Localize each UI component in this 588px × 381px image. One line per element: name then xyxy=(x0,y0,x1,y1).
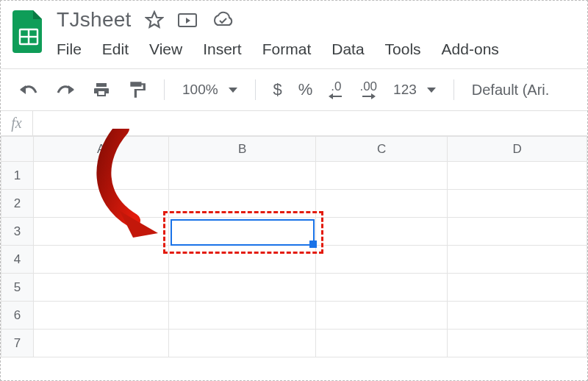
star-icon[interactable] xyxy=(145,10,164,29)
column-header-b[interactable]: B xyxy=(169,137,315,162)
cell-a5[interactable] xyxy=(33,274,169,302)
cell-d7[interactable] xyxy=(448,330,587,357)
cell-a3[interactable] xyxy=(33,218,169,246)
menu-bar: File Edit View Insert Format Data Tools … xyxy=(57,32,499,58)
select-all-corner[interactable] xyxy=(1,137,34,162)
cell-b3[interactable] xyxy=(169,218,315,246)
cell-a4[interactable] xyxy=(33,246,169,274)
print-button[interactable] xyxy=(87,78,115,102)
spreadsheet-grid: A B C D 1 2 3 4 5 6 7 xyxy=(1,136,587,357)
cell-a1[interactable] xyxy=(33,162,169,190)
cell-a2[interactable] xyxy=(33,190,169,218)
menu-tools[interactable]: Tools xyxy=(385,40,421,58)
row-header-2[interactable]: 2 xyxy=(1,190,34,218)
cell-b4[interactable] xyxy=(169,246,315,274)
cell-a7[interactable] xyxy=(33,330,169,357)
row-header-7[interactable]: 7 xyxy=(1,330,34,357)
cell-d1[interactable] xyxy=(448,162,587,190)
header-bar: TJsheet File Edit View Insert Format Dat… xyxy=(1,1,587,58)
undo-button[interactable] xyxy=(14,79,43,100)
column-header-a[interactable]: A xyxy=(33,137,169,162)
cell-c3[interactable] xyxy=(315,218,448,246)
cell-d2[interactable] xyxy=(448,190,587,218)
chevron-down-icon xyxy=(427,88,436,93)
paint-format-button[interactable] xyxy=(123,77,151,102)
toolbar-separator xyxy=(255,79,256,100)
svg-marker-3 xyxy=(146,12,162,27)
cell-d3[interactable] xyxy=(448,218,587,246)
format-percent-button[interactable]: % xyxy=(294,77,318,102)
decrease-decimal-button[interactable]: .0 xyxy=(324,77,348,103)
menu-view[interactable]: View xyxy=(149,40,182,58)
cell-d6[interactable] xyxy=(448,302,587,330)
cell-b6[interactable] xyxy=(169,302,315,330)
svg-marker-6 xyxy=(329,93,333,99)
cell-d5[interactable] xyxy=(448,274,587,302)
toolbar: 100% $ % .0 .00 123 Default (Ari. xyxy=(1,69,587,110)
column-header-c[interactable]: C xyxy=(315,137,448,162)
svg-marker-8 xyxy=(371,93,376,99)
format-currency-button[interactable]: $ xyxy=(269,77,287,102)
menu-insert[interactable]: Insert xyxy=(203,40,242,58)
cell-c2[interactable] xyxy=(315,190,448,218)
cell-b1[interactable] xyxy=(169,162,315,190)
menu-addons[interactable]: Add-ons xyxy=(442,40,499,58)
font-dropdown[interactable]: Default (Ari. xyxy=(467,79,554,102)
column-header-d[interactable]: D xyxy=(448,137,587,162)
formula-input[interactable] xyxy=(33,111,587,135)
menu-file[interactable]: File xyxy=(57,40,82,58)
row-header-5[interactable]: 5 xyxy=(1,274,34,302)
more-formats-dropdown[interactable]: 123 xyxy=(389,82,440,98)
chevron-down-icon xyxy=(229,88,237,93)
document-title[interactable]: TJsheet xyxy=(57,8,132,32)
toolbar-separator xyxy=(453,79,454,100)
cell-c5[interactable] xyxy=(315,274,448,302)
row-header-3[interactable]: 3 xyxy=(1,218,34,246)
cell-b5[interactable] xyxy=(169,274,315,302)
move-to-folder-icon[interactable] xyxy=(177,11,198,29)
cell-c7[interactable] xyxy=(315,330,448,357)
increase-decimal-button[interactable]: .00 xyxy=(355,77,381,103)
cell-b7[interactable] xyxy=(169,330,315,357)
redo-button[interactable] xyxy=(51,79,80,100)
cloud-saved-icon[interactable] xyxy=(211,11,234,29)
cell-d4[interactable] xyxy=(448,246,587,274)
row-header-4[interactable]: 4 xyxy=(1,246,34,274)
row-header-1[interactable]: 1 xyxy=(1,162,34,190)
zoom-value: 100% xyxy=(182,82,218,98)
menu-data[interactable]: Data xyxy=(331,40,364,58)
sheets-logo[interactable] xyxy=(11,8,46,55)
cell-b2[interactable] xyxy=(169,190,315,218)
cell-a6[interactable] xyxy=(33,302,169,330)
cell-c6[interactable] xyxy=(315,302,448,330)
toolbar-separator xyxy=(164,79,165,100)
zoom-dropdown[interactable]: 100% xyxy=(178,82,242,98)
formula-bar: fx xyxy=(1,111,587,136)
fx-label: fx xyxy=(1,111,33,135)
menu-edit[interactable]: Edit xyxy=(102,40,129,58)
cell-c1[interactable] xyxy=(315,162,448,190)
menu-format[interactable]: Format xyxy=(262,40,312,58)
cell-c4[interactable] xyxy=(315,246,448,274)
row-header-6[interactable]: 6 xyxy=(1,302,34,330)
